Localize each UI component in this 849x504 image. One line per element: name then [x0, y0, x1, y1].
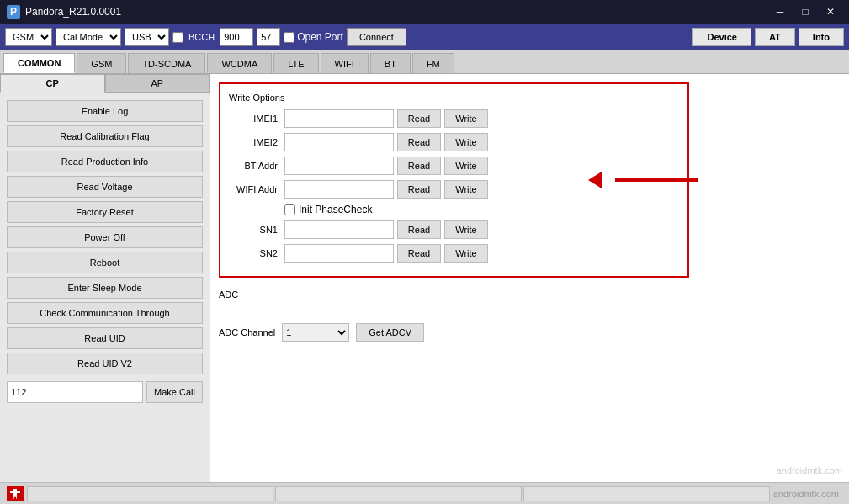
left-buttons: Enable Log Read Calibration Flag Read Pr… — [0, 93, 210, 381]
tab-gsm[interactable]: GSM — [77, 53, 126, 73]
arrow-spacer — [602, 172, 615, 188]
get-adcv-button[interactable]: Get ADCV — [356, 323, 424, 342]
imei2-read-button[interactable]: Read — [397, 133, 441, 151]
status-segments — [27, 486, 770, 501]
app-icon: P — [7, 5, 20, 19]
subtab-cp[interactable]: CP — [0, 74, 105, 93]
app-title: Pandora_R21.0.0001 — [25, 6, 768, 18]
open-port-checkbox[interactable] — [284, 32, 294, 43]
usb-status-icon — [7, 486, 24, 501]
imei2-input[interactable] — [284, 133, 394, 151]
imei1-label: IMEI1 — [229, 114, 281, 124]
wifi-addr-input[interactable] — [284, 180, 394, 199]
read-calibration-flag-button[interactable]: Read Calibration Flag — [7, 125, 203, 147]
wifi-addr-read-button[interactable]: Read — [397, 180, 441, 199]
main-layout: CP AP Enable Log Read Calibration Flag R… — [0, 74, 849, 482]
bcch-num-input[interactable] — [257, 28, 280, 46]
status-seg-1 — [27, 486, 273, 501]
enable-log-button[interactable]: Enable Log — [7, 100, 203, 122]
left-panel: CP AP Enable Log Read Calibration Flag R… — [0, 74, 210, 482]
close-button[interactable]: ✕ — [819, 3, 842, 21]
svg-rect-1 — [13, 489, 17, 491]
imei1-input[interactable] — [284, 109, 394, 128]
at-button[interactable]: AT — [755, 28, 795, 46]
make-call-button[interactable]: Make Call — [146, 381, 203, 403]
init-phasecheck-checkbox[interactable] — [284, 204, 295, 215]
sn1-input[interactable] — [284, 220, 394, 239]
right-panel: Write Options IMEI1 Read Write IMEI2 Rea… — [210, 74, 698, 482]
main-tabbar: COMMON GSM TD-SCDMA WCDMA LTE WIFI BT FM — [0, 50, 849, 74]
svg-rect-0 — [10, 491, 20, 493]
adc-title: ADC — [219, 289, 689, 300]
write-options-annotation: WRITE OPTIONS — [588, 172, 698, 188]
call-number-input[interactable] — [7, 381, 143, 403]
power-off-button[interactable]: Power Off — [7, 226, 203, 248]
bcch-checkbox[interactable] — [172, 32, 183, 43]
toolbar: GSM Cal Mode USB BCCH Open Port Connect … — [0, 24, 849, 50]
write-options-box: Write Options IMEI1 Read Write IMEI2 Rea… — [219, 82, 689, 278]
svg-point-3 — [14, 496, 17, 499]
tab-wcdma[interactable]: WCDMA — [207, 53, 272, 73]
gsm-select[interactable]: GSM — [5, 28, 52, 46]
adc-section: ADC ADC Channel 1 2 3 4 Get ADCV — [219, 286, 689, 345]
sn2-label: SN2 — [229, 248, 281, 258]
status-seg-2 — [275, 486, 522, 501]
watermark-text: androidmtk.com — [773, 489, 842, 499]
bt-addr-input[interactable] — [284, 157, 394, 175]
statusbar: androidmtk.com — [0, 482, 849, 504]
tab-wifi[interactable]: WIFI — [321, 53, 369, 73]
info-button[interactable]: Info — [799, 28, 844, 46]
reboot-button[interactable]: Reboot — [7, 252, 203, 273]
call-row: Make Call — [0, 381, 210, 410]
sn2-read-button[interactable]: Read — [397, 244, 441, 263]
tab-bt[interactable]: BT — [370, 53, 411, 73]
bcch-label: BCCH — [188, 32, 215, 42]
connect-button[interactable]: Connect — [347, 28, 406, 46]
adc-channel-select[interactable]: 1 2 3 4 — [282, 323, 349, 342]
read-uid-v2-button[interactable]: Read UID V2 — [7, 353, 203, 374]
imei1-row: IMEI1 Read Write — [229, 109, 679, 128]
tab-lte[interactable]: LTE — [273, 53, 318, 73]
info-panel: androidmtk.com — [698, 74, 849, 482]
info-watermark: androidmtk.com — [777, 465, 842, 475]
tab-common[interactable]: COMMON — [3, 53, 75, 73]
read-voltage-button[interactable]: Read Voltage — [7, 176, 203, 198]
usb-select[interactable]: USB — [125, 28, 169, 46]
subtab-ap[interactable]: AP — [105, 74, 210, 93]
sn2-input[interactable] — [284, 244, 394, 263]
check-communication-through-button[interactable]: Check Communication Through — [7, 302, 203, 324]
imei2-label: IMEI2 — [229, 137, 281, 147]
sn1-row: SN1 Read Write — [229, 220, 679, 239]
arrow-shaft — [615, 178, 698, 182]
read-production-info-button[interactable]: Read Production Info — [7, 151, 203, 172]
minimize-button[interactable]: ─ — [768, 3, 792, 21]
imei1-read-button[interactable]: Read — [397, 109, 441, 128]
titlebar: P Pandora_R21.0.0001 ─ □ ✕ — [0, 0, 849, 24]
maximize-button[interactable]: □ — [793, 3, 817, 21]
tab-fm[interactable]: FM — [412, 53, 454, 73]
toolbar-right: Device AT Info — [692, 28, 844, 46]
read-uid-button[interactable]: Read UID — [7, 327, 203, 349]
bt-addr-read-button[interactable]: Read — [397, 157, 441, 175]
wifi-addr-write-button[interactable]: Write — [444, 180, 488, 199]
imei2-write-button[interactable]: Write — [444, 133, 488, 151]
sn1-write-button[interactable]: Write — [444, 220, 488, 239]
adc-channel-label: ADC Channel — [219, 327, 275, 337]
imei1-write-button[interactable]: Write — [444, 109, 488, 128]
sn2-write-button[interactable]: Write — [444, 244, 488, 263]
init-phasecheck-row: Init PhaseCheck — [229, 204, 679, 215]
sn1-read-button[interactable]: Read — [397, 220, 441, 239]
write-options-title: Write Options — [229, 93, 679, 103]
bcch-value-input[interactable] — [220, 28, 253, 46]
device-button[interactable]: Device — [692, 28, 751, 46]
bt-addr-write-button[interactable]: Write — [444, 157, 488, 175]
tab-td-scdma[interactable]: TD-SCDMA — [128, 53, 205, 73]
wifi-addr-label: WIFI Addr — [229, 184, 281, 194]
open-port-label: Open Port — [284, 31, 343, 43]
calmode-select[interactable]: Cal Mode — [56, 28, 121, 46]
enter-sleep-mode-button[interactable]: Enter Sleep Mode — [7, 277, 203, 299]
sn2-row: SN2 Read Write — [229, 244, 679, 263]
factory-reset-button[interactable]: Factory Reset — [7, 201, 203, 223]
sn1-label: SN1 — [229, 225, 281, 235]
adc-row: ADC Channel 1 2 3 4 Get ADCV — [219, 323, 689, 342]
